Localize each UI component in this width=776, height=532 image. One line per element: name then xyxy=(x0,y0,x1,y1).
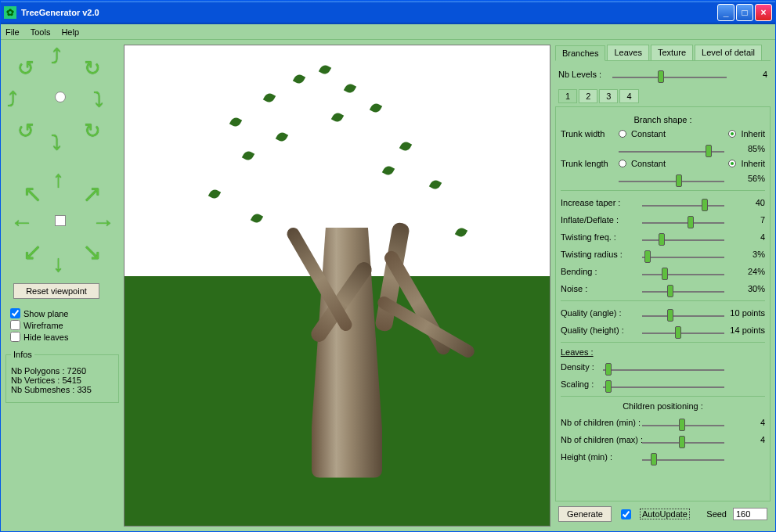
nb-children-min-value: 4 xyxy=(727,418,765,427)
trunk-length-inherit-radio[interactable] xyxy=(728,160,736,167)
nb-children-max-value: 4 xyxy=(727,435,765,444)
seed-input[interactable] xyxy=(733,508,767,520)
level-tabs: 1 2 3 4 xyxy=(555,89,771,103)
trunk-width-inherit-radio[interactable] xyxy=(728,130,736,138)
reset-viewpoint-button[interactable]: Reset viewpoint xyxy=(13,283,99,299)
branch-shape-header: Branch shape : xyxy=(561,115,765,124)
rotate-upright-icon[interactable]: ↻ xyxy=(84,56,101,81)
polys-label: Nb Polygons : xyxy=(11,366,64,376)
hide-leaves-checkbox[interactable] xyxy=(10,332,20,342)
show-plane-checkbox[interactable] xyxy=(10,308,20,318)
pan-left-icon[interactable]: ← xyxy=(10,209,34,235)
nb-children-min-slider[interactable] xyxy=(642,415,724,430)
pan-down-icon[interactable]: ↓ xyxy=(52,250,64,277)
nb-children-min-label: Nb of children (min) : xyxy=(561,418,639,427)
show-plane-label: Show plane xyxy=(23,309,69,318)
bending-slider[interactable] xyxy=(642,264,724,279)
pan-control: ↑ → ↓ ← ↗ ↘ ↙ ↖ xyxy=(5,166,115,275)
scaling-label: Scaling : xyxy=(561,379,600,389)
leaf xyxy=(382,164,395,176)
density-slider[interactable] xyxy=(603,360,724,374)
qual-angle-slider[interactable] xyxy=(642,306,724,320)
trunk-width-slider[interactable] xyxy=(619,142,724,156)
height-min-slider[interactable] xyxy=(642,450,724,464)
qual-angle-label: Quality (angle) : xyxy=(561,308,639,318)
trunk-width-constant-radio[interactable] xyxy=(619,130,626,138)
pan-center-icon[interactable] xyxy=(55,215,66,226)
trunk-width-label: Trunk width xyxy=(561,129,615,138)
nb-levels-slider[interactable] xyxy=(612,67,727,81)
pan-upright-icon[interactable]: ↗ xyxy=(82,180,102,207)
trunk-length-slider[interactable] xyxy=(619,171,724,185)
qual-height-slider[interactable] xyxy=(642,323,724,337)
polys-value: 7260 xyxy=(67,366,86,376)
tab-branches[interactable]: Branches xyxy=(555,45,605,61)
leveltab-2[interactable]: 2 xyxy=(579,89,597,103)
window-title: TreeGenerator v2.0 xyxy=(21,8,99,17)
minimize-button[interactable]: _ xyxy=(717,4,734,21)
rotate-down-icon[interactable]: ⤵ xyxy=(51,131,61,155)
increase-taper-slider[interactable] xyxy=(642,196,724,210)
right-panel: Branches Leaves Texture Level of detail … xyxy=(555,45,771,527)
bottom-bar: Generate AutoUpdate Seed xyxy=(555,501,771,527)
rotate-left-icon[interactable]: ⤴ xyxy=(7,88,17,112)
generate-button[interactable]: Generate xyxy=(558,506,612,522)
pan-downleft-icon[interactable]: ↙ xyxy=(23,238,42,265)
trunk-length-value: 56% xyxy=(727,174,765,183)
viewport-3d[interactable] xyxy=(124,45,550,527)
rotate-right-icon[interactable]: ⤵ xyxy=(93,88,103,112)
rotate-upleft-icon[interactable]: ↺ xyxy=(17,56,34,81)
autoupdate-checkbox[interactable] xyxy=(621,509,631,519)
verts-label: Nb Vertices : xyxy=(11,376,60,385)
leveltab-1[interactable]: 1 xyxy=(558,89,577,103)
leaf xyxy=(251,212,263,225)
bending-value: 24% xyxy=(727,267,765,276)
menu-tools[interactable]: Tools xyxy=(31,27,51,37)
leaf xyxy=(263,92,276,104)
height-min-label: Height (min) : xyxy=(561,452,639,462)
nb-children-max-slider[interactable] xyxy=(642,433,724,447)
menu-help[interactable]: Help xyxy=(61,27,79,37)
wireframe-checkbox[interactable] xyxy=(10,320,20,330)
hide-leaves-label: Hide leaves xyxy=(23,332,68,342)
menu-file[interactable]: File xyxy=(5,27,20,37)
tab-leaves[interactable]: Leaves xyxy=(607,45,648,60)
tab-lod[interactable]: Level of detail xyxy=(695,45,762,60)
main-tabs: Branches Leaves Texture Level of detail xyxy=(555,45,771,61)
leveltab-3[interactable]: 3 xyxy=(599,89,618,103)
rotate-downright-icon[interactable]: ↻ xyxy=(84,119,101,143)
leaf xyxy=(429,178,442,191)
subm-label: Nb Submeshes : xyxy=(11,385,74,394)
twist-radius-slider[interactable] xyxy=(642,247,724,261)
params-scroll[interactable]: Branch shape : Trunk width Constant Inhe… xyxy=(555,106,771,501)
maximize-button[interactable]: □ xyxy=(736,4,753,21)
rotate-control: ⤴ ↻ ⤵ ↻ ⤵ ↺ ⤴ ↺ xyxy=(5,45,115,158)
leaf xyxy=(293,73,305,85)
trunk-length-constant-radio[interactable] xyxy=(619,160,626,167)
twist-radius-value: 3% xyxy=(727,250,765,259)
twist-freq-slider[interactable] xyxy=(642,230,724,244)
menubar: File Tools Help xyxy=(1,24,775,40)
leveltab-4[interactable]: 4 xyxy=(619,89,638,103)
pan-downright-icon[interactable]: ↘ xyxy=(82,238,102,265)
scaling-slider[interactable] xyxy=(603,377,724,391)
app-icon: ✿ xyxy=(4,6,16,19)
tab-texture[interactable]: Texture xyxy=(651,45,693,60)
children-pos-header: Children positioning : xyxy=(561,401,765,411)
inflate-slider[interactable] xyxy=(642,213,724,227)
pan-upleft-icon[interactable]: ↖ xyxy=(23,180,42,207)
leaf xyxy=(399,140,412,153)
rotate-up-icon[interactable]: ⤴ xyxy=(51,45,61,69)
pan-right-icon[interactable]: → xyxy=(92,209,115,235)
noise-value: 30% xyxy=(727,284,765,293)
twist-radius-label: Twisting radius : xyxy=(561,250,639,259)
rotate-center-icon[interactable] xyxy=(55,92,66,102)
seed-label: Seed xyxy=(706,509,727,519)
infos-header: Infos xyxy=(11,350,34,359)
close-button[interactable]: × xyxy=(755,4,772,21)
pan-up-icon[interactable]: ↑ xyxy=(52,166,64,192)
rotate-downleft-icon[interactable]: ↺ xyxy=(17,119,34,143)
titlebar: ✿ TreeGenerator v2.0 _ □ × xyxy=(1,1,775,24)
leaf xyxy=(344,82,356,95)
noise-slider[interactable] xyxy=(642,282,724,296)
